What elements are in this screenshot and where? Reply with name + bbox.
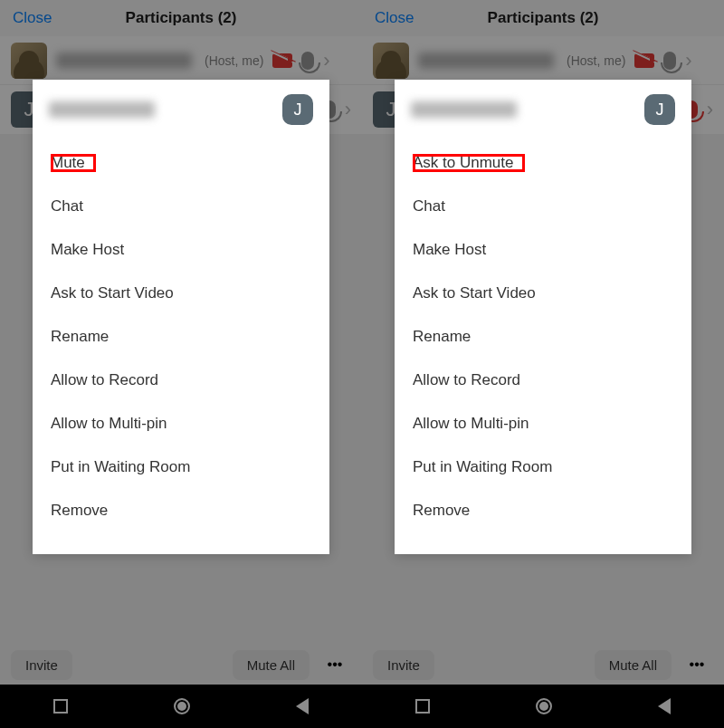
menu-item-rename[interactable]: Rename bbox=[33, 315, 329, 359]
avatar-image bbox=[373, 43, 409, 79]
menu-item-allow-multipin[interactable]: Allow to Multi-pin bbox=[33, 402, 329, 445]
topbar: Close Participants (2) bbox=[362, 0, 724, 36]
menu-item-ask-unmute[interactable]: Ask to Unmute bbox=[395, 141, 691, 185]
invite-button[interactable]: Invite bbox=[11, 650, 72, 680]
menu-item-remove[interactable]: Remove bbox=[33, 489, 329, 532]
participant-row-host[interactable]: (Host, me) › bbox=[0, 36, 362, 85]
overview-icon[interactable] bbox=[415, 699, 430, 714]
camera-off-icon bbox=[272, 53, 292, 68]
home-icon[interactable] bbox=[174, 698, 190, 714]
host-tag: (Host, me) bbox=[205, 53, 263, 68]
menu-item-allow-multipin[interactable]: Allow to Multi-pin bbox=[395, 402, 691, 445]
menu-item-chat[interactable]: Chat bbox=[395, 185, 691, 228]
chevron-right-icon: › bbox=[707, 98, 713, 121]
invite-button[interactable]: Invite bbox=[373, 650, 434, 680]
participant-name-blurred bbox=[411, 101, 517, 118]
mic-icon bbox=[301, 52, 314, 70]
right-screen: Close Participants (2) (Host, me) › J › … bbox=[362, 0, 724, 728]
menu-item-ask-start-video[interactable]: Ask to Start Video bbox=[33, 272, 329, 315]
left-screen: Close Participants (2) (Host, me) › J › … bbox=[0, 0, 362, 728]
menu-item-allow-record[interactable]: Allow to Record bbox=[395, 359, 691, 402]
menu-item-mute[interactable]: Mute bbox=[33, 141, 329, 185]
more-button[interactable]: ••• bbox=[681, 656, 713, 673]
close-button[interactable]: Close bbox=[13, 9, 52, 27]
menu-item-make-host[interactable]: Make Host bbox=[395, 228, 691, 272]
mute-all-button[interactable]: Mute All bbox=[233, 650, 310, 680]
participant-name-blurred bbox=[418, 53, 554, 69]
camera-off-icon bbox=[634, 53, 654, 68]
menu-header: J bbox=[33, 91, 329, 141]
menu-item-waiting-room[interactable]: Put in Waiting Room bbox=[395, 445, 691, 489]
overview-icon[interactable] bbox=[53, 699, 68, 714]
bottom-toolbar: Invite Mute All ••• bbox=[362, 645, 724, 685]
context-menu: J Ask to Unmute Chat Make Host Ask to St… bbox=[395, 80, 691, 554]
menu-item-chat[interactable]: Chat bbox=[33, 185, 329, 228]
home-icon[interactable] bbox=[536, 698, 552, 714]
menu-item-waiting-room[interactable]: Put in Waiting Room bbox=[33, 445, 329, 489]
close-button[interactable]: Close bbox=[375, 9, 414, 27]
android-navbar bbox=[362, 685, 724, 728]
page-title: Participants (2) bbox=[126, 9, 237, 27]
chevron-right-icon: › bbox=[345, 98, 351, 121]
menu-item-make-host[interactable]: Make Host bbox=[33, 228, 329, 272]
back-icon[interactable] bbox=[658, 698, 671, 714]
avatar-letter: J bbox=[282, 94, 313, 125]
android-navbar bbox=[0, 685, 362, 728]
mute-all-button[interactable]: Mute All bbox=[595, 650, 672, 680]
menu-item-rename[interactable]: Rename bbox=[395, 315, 691, 359]
participant-name-blurred bbox=[56, 53, 192, 69]
avatar-letter: J bbox=[644, 94, 675, 125]
mic-icon bbox=[663, 52, 676, 70]
menu-header: J bbox=[395, 91, 691, 141]
chevron-right-icon: › bbox=[685, 49, 691, 72]
menu-item-ask-start-video[interactable]: Ask to Start Video bbox=[395, 272, 691, 315]
more-button[interactable]: ••• bbox=[319, 656, 351, 673]
bottom-toolbar: Invite Mute All ••• bbox=[0, 645, 362, 685]
menu-item-allow-record[interactable]: Allow to Record bbox=[33, 359, 329, 402]
page-title: Participants (2) bbox=[488, 9, 599, 27]
avatar-image bbox=[11, 43, 47, 79]
back-icon[interactable] bbox=[296, 698, 309, 714]
chevron-right-icon: › bbox=[323, 49, 329, 72]
topbar: Close Participants (2) bbox=[0, 0, 362, 36]
menu-item-remove[interactable]: Remove bbox=[395, 489, 691, 532]
host-tag: (Host, me) bbox=[567, 53, 625, 68]
participant-name-blurred bbox=[49, 101, 155, 118]
context-menu: J Mute Chat Make Host Ask to Start Video… bbox=[33, 80, 329, 554]
participant-row-host[interactable]: (Host, me) › bbox=[362, 36, 724, 85]
